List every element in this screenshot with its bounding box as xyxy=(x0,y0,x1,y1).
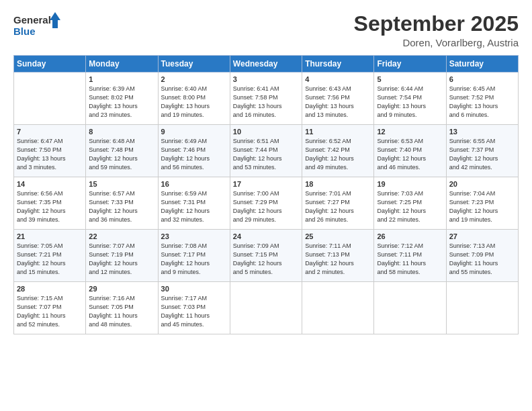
calendar-cell: 19Sunrise: 7:03 AM Sunset: 7:25 PM Dayli… xyxy=(374,177,446,230)
day-info: Sunrise: 6:52 AM Sunset: 7:42 PM Dayligh… xyxy=(305,137,371,172)
day-info: Sunrise: 6:48 AM Sunset: 7:48 PM Dayligh… xyxy=(89,137,154,172)
day-info: Sunrise: 7:16 AM Sunset: 7:05 PM Dayligh… xyxy=(89,294,154,329)
calendar-cell: 29Sunrise: 7:16 AM Sunset: 7:05 PM Dayli… xyxy=(86,282,158,334)
day-info: Sunrise: 6:45 AM Sunset: 7:52 PM Dayligh… xyxy=(449,85,515,120)
calendar-cell: 7Sunrise: 6:47 AM Sunset: 7:50 PM Daylig… xyxy=(14,125,86,177)
day-info: Sunrise: 7:01 AM Sunset: 7:27 PM Dayligh… xyxy=(305,189,371,224)
day-info: Sunrise: 7:17 AM Sunset: 7:03 PM Dayligh… xyxy=(161,294,227,329)
day-info: Sunrise: 6:56 AM Sunset: 7:35 PM Dayligh… xyxy=(17,189,83,224)
calendar-cell: 25Sunrise: 7:11 AM Sunset: 7:13 PM Dayli… xyxy=(302,230,374,282)
calendar-cell: 24Sunrise: 7:09 AM Sunset: 7:15 PM Dayli… xyxy=(230,230,302,282)
month-title: September 2025 xyxy=(354,12,519,36)
calendar-cell: 1Sunrise: 6:39 AM Sunset: 8:02 PM Daylig… xyxy=(86,73,158,125)
day-number: 21 xyxy=(17,232,83,240)
day-number: 5 xyxy=(377,75,443,83)
logo-svg: General Blue xyxy=(13,12,60,38)
day-number: 18 xyxy=(305,180,371,188)
calendar-cell: 9Sunrise: 6:49 AM Sunset: 7:46 PM Daylig… xyxy=(158,125,230,177)
day-number: 26 xyxy=(377,232,443,240)
calendar-cell: 30Sunrise: 7:17 AM Sunset: 7:03 PM Dayli… xyxy=(158,282,230,334)
day-info: Sunrise: 7:09 AM Sunset: 7:15 PM Dayligh… xyxy=(233,242,299,277)
day-number: 24 xyxy=(233,232,299,240)
calendar-cell: 20Sunrise: 7:04 AM Sunset: 7:23 PM Dayli… xyxy=(446,177,518,230)
calendar-cell: 28Sunrise: 7:15 AM Sunset: 7:07 PM Dayli… xyxy=(14,282,86,334)
calendar-cell: 10Sunrise: 6:51 AM Sunset: 7:44 PM Dayli… xyxy=(230,125,302,177)
calendar-cell: 2Sunrise: 6:40 AM Sunset: 8:00 PM Daylig… xyxy=(158,73,230,125)
day-number: 23 xyxy=(161,232,227,240)
col-header-sunday: Sunday xyxy=(14,56,86,73)
svg-text:Blue: Blue xyxy=(13,26,36,37)
day-info: Sunrise: 7:12 AM Sunset: 7:11 PM Dayligh… xyxy=(377,242,443,277)
calendar-cell: 12Sunrise: 6:53 AM Sunset: 7:40 PM Dayli… xyxy=(374,125,446,177)
svg-text:General: General xyxy=(13,14,51,26)
calendar-cell xyxy=(230,282,302,334)
calendar-cell xyxy=(446,282,518,334)
day-number: 27 xyxy=(449,232,515,240)
day-number: 14 xyxy=(17,180,83,188)
day-info: Sunrise: 7:11 AM Sunset: 7:13 PM Dayligh… xyxy=(305,242,371,277)
day-info: Sunrise: 7:15 AM Sunset: 7:07 PM Dayligh… xyxy=(17,294,83,329)
day-number: 28 xyxy=(17,285,83,293)
day-info: Sunrise: 6:47 AM Sunset: 7:50 PM Dayligh… xyxy=(17,137,83,172)
page: General Blue September 2025 Doren, Vorar… xyxy=(0,0,532,411)
calendar-cell: 17Sunrise: 7:00 AM Sunset: 7:29 PM Dayli… xyxy=(230,177,302,230)
col-header-friday: Friday xyxy=(374,56,446,73)
header: General Blue September 2025 Doren, Vorar… xyxy=(13,12,519,48)
day-number: 19 xyxy=(377,180,443,188)
calendar-cell: 5Sunrise: 6:44 AM Sunset: 7:54 PM Daylig… xyxy=(374,73,446,125)
day-number: 25 xyxy=(305,232,371,240)
col-header-tuesday: Tuesday xyxy=(158,56,230,73)
day-info: Sunrise: 7:04 AM Sunset: 7:23 PM Dayligh… xyxy=(449,189,515,224)
day-number: 7 xyxy=(17,128,83,136)
calendar-cell xyxy=(374,282,446,334)
calendar-cell: 26Sunrise: 7:12 AM Sunset: 7:11 PM Dayli… xyxy=(374,230,446,282)
day-info: Sunrise: 7:08 AM Sunset: 7:17 PM Dayligh… xyxy=(161,242,227,277)
calendar-cell: 21Sunrise: 7:05 AM Sunset: 7:21 PM Dayli… xyxy=(14,230,86,282)
day-info: Sunrise: 7:05 AM Sunset: 7:21 PM Dayligh… xyxy=(17,242,83,277)
day-info: Sunrise: 6:59 AM Sunset: 7:31 PM Dayligh… xyxy=(161,189,227,224)
day-info: Sunrise: 6:57 AM Sunset: 7:33 PM Dayligh… xyxy=(89,189,154,224)
day-number: 6 xyxy=(449,75,515,83)
day-number: 10 xyxy=(233,128,299,136)
header-row: SundayMondayTuesdayWednesdayThursdayFrid… xyxy=(14,56,519,73)
calendar-cell: 22Sunrise: 7:07 AM Sunset: 7:19 PM Dayli… xyxy=(86,230,158,282)
col-header-saturday: Saturday xyxy=(446,56,518,73)
calendar-cell: 4Sunrise: 6:43 AM Sunset: 7:56 PM Daylig… xyxy=(302,73,374,125)
col-header-thursday: Thursday xyxy=(302,56,374,73)
day-number: 17 xyxy=(233,180,299,188)
calendar-cell: 6Sunrise: 6:45 AM Sunset: 7:52 PM Daylig… xyxy=(446,73,518,125)
logo: General Blue xyxy=(13,12,60,38)
calendar-cell: 14Sunrise: 6:56 AM Sunset: 7:35 PM Dayli… xyxy=(14,177,86,230)
title-block: September 2025 Doren, Vorarlberg, Austri… xyxy=(354,12,519,48)
day-number: 1 xyxy=(89,75,154,83)
day-number: 4 xyxy=(305,75,371,83)
day-info: Sunrise: 7:00 AM Sunset: 7:29 PM Dayligh… xyxy=(233,189,299,224)
day-number: 15 xyxy=(89,180,154,188)
calendar-cell xyxy=(14,73,86,125)
calendar-cell: 27Sunrise: 7:13 AM Sunset: 7:09 PM Dayli… xyxy=(446,230,518,282)
day-number: 20 xyxy=(449,180,515,188)
day-info: Sunrise: 6:55 AM Sunset: 7:37 PM Dayligh… xyxy=(449,137,515,172)
calendar-cell: 23Sunrise: 7:08 AM Sunset: 7:17 PM Dayli… xyxy=(158,230,230,282)
day-number: 3 xyxy=(233,75,299,83)
day-info: Sunrise: 7:07 AM Sunset: 7:19 PM Dayligh… xyxy=(89,242,154,277)
calendar-cell: 18Sunrise: 7:01 AM Sunset: 7:27 PM Dayli… xyxy=(302,177,374,230)
calendar-cell: 11Sunrise: 6:52 AM Sunset: 7:42 PM Dayli… xyxy=(302,125,374,177)
day-info: Sunrise: 7:13 AM Sunset: 7:09 PM Dayligh… xyxy=(449,242,515,277)
calendar-cell: 8Sunrise: 6:48 AM Sunset: 7:48 PM Daylig… xyxy=(86,125,158,177)
day-info: Sunrise: 6:53 AM Sunset: 7:40 PM Dayligh… xyxy=(377,137,443,172)
day-info: Sunrise: 6:39 AM Sunset: 8:02 PM Dayligh… xyxy=(89,85,154,120)
day-number: 13 xyxy=(449,128,515,136)
day-info: Sunrise: 7:03 AM Sunset: 7:25 PM Dayligh… xyxy=(377,189,443,224)
calendar-cell: 16Sunrise: 6:59 AM Sunset: 7:31 PM Dayli… xyxy=(158,177,230,230)
day-info: Sunrise: 6:41 AM Sunset: 7:58 PM Dayligh… xyxy=(233,85,299,120)
day-number: 22 xyxy=(89,232,154,240)
calendar-cell: 15Sunrise: 6:57 AM Sunset: 7:33 PM Dayli… xyxy=(86,177,158,230)
calendar-cell xyxy=(302,282,374,334)
day-number: 2 xyxy=(161,75,227,83)
day-number: 12 xyxy=(377,128,443,136)
day-number: 29 xyxy=(89,285,154,293)
calendar-table: SundayMondayTuesdayWednesdayThursdayFrid… xyxy=(13,55,519,334)
day-info: Sunrise: 6:49 AM Sunset: 7:46 PM Dayligh… xyxy=(161,137,227,172)
day-info: Sunrise: 6:44 AM Sunset: 7:54 PM Dayligh… xyxy=(377,85,443,120)
